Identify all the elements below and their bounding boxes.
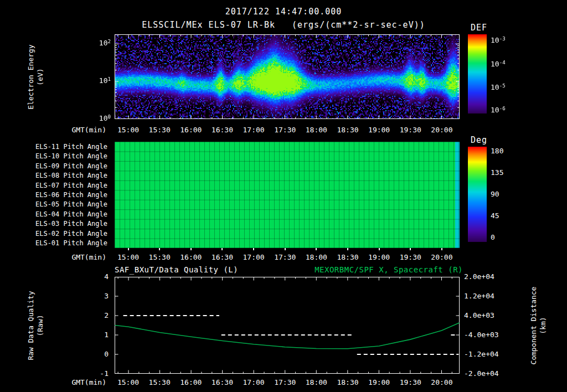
deg-colorbar-title: Deg <box>471 135 487 145</box>
distance-y-axis-label: Component Distance (km) <box>529 287 548 365</box>
distance-tick-label: -1.2e+04 <box>464 350 499 358</box>
spectrogram-y-ticks: 102101100 <box>78 34 111 123</box>
pitch-axis-tick <box>253 248 254 250</box>
pitch-row-label: ELS-10 Pitch Angle <box>35 152 107 160</box>
time-tick-label: 18:30 <box>337 253 358 261</box>
colorbar-tick-label: 45 <box>491 212 499 220</box>
distance-tick-label: 1.2e+04 <box>464 292 494 300</box>
colorbar-tick-label: 10-6 <box>491 106 506 114</box>
time-tick-label: 17:30 <box>274 126 296 134</box>
gmt-axis-label: GMT(min) <box>0 126 106 134</box>
colorbar-tick-label: 10-4 <box>491 60 506 68</box>
pitch-angle-panel <box>115 142 460 248</box>
time-tick-label: 16:30 <box>212 378 233 386</box>
time-tick-label: 18:00 <box>306 378 327 386</box>
time-tick-label: 20:00 <box>431 378 452 386</box>
instrument-title: ELSSCIL/MEx ELS-07 LR-Bk <box>142 20 275 30</box>
energy-tick-label: 100 <box>99 114 111 122</box>
quality-tick-label: 1 <box>104 331 109 339</box>
spectrogram-y-axis-label-line1: Electron Energy <box>26 44 35 109</box>
quality-tick-label: 0 <box>104 350 109 358</box>
time-tick-label: 19:00 <box>368 126 390 134</box>
time-tick-label: 20:00 <box>431 253 452 261</box>
time-tick-label: 16:00 <box>180 378 202 386</box>
spectrogram-y-axis-label: Electron Energy (eV) <box>26 44 45 109</box>
distance-tick-label: -4.0e+03 <box>464 331 499 339</box>
pitch-row-label: ELS-06 Pitch Angle <box>35 191 107 199</box>
time-tick-label: 19:30 <box>400 126 421 134</box>
units-label: (ergs/(cm**2-sr-sec-eV)) <box>292 20 425 30</box>
gmt-axis-label: GMT(min) <box>0 253 106 261</box>
time-tick-label: 15:00 <box>117 126 139 134</box>
pitch-axis-tick <box>347 248 348 250</box>
energy-tick-label: 102 <box>99 39 111 47</box>
time-tick-label: 15:00 <box>117 378 139 386</box>
time-axis-spectrogram: GMT(min) 15:0015:3016:0016:3017:0017:301… <box>0 126 567 135</box>
pitch-row-label: ELS-07 Pitch Angle <box>35 182 107 189</box>
pitch-axis-tick <box>159 248 160 250</box>
time-tick-label: 19:30 <box>400 378 421 386</box>
pitch-row-label: ELS-08 Pitch Angle <box>35 172 107 179</box>
time-tick-label: 15:00 <box>117 253 139 261</box>
time-tick-label: 17:00 <box>243 253 265 261</box>
pitch-axis-tick <box>316 248 317 250</box>
pitch-row-label: ELS-09 Pitch Angle <box>35 162 107 170</box>
science-plot-screen: 2017/122 14:47:00.000 ELSSCIL/MEx ELS-07… <box>0 0 567 392</box>
time-tick-label: 19:30 <box>400 253 421 261</box>
pitch-axis-tick <box>128 248 129 250</box>
pitch-angle-heatmap <box>115 142 460 248</box>
time-tick-label: 18:00 <box>306 253 327 261</box>
distance-y-axis-label-line2: (km) <box>538 287 548 365</box>
quality-y-axis-label-line1: Raw Data Quality <box>26 291 35 360</box>
distance-tick-label: 4.0e+03 <box>464 311 494 319</box>
pitch-row-label: ELS-02 Pitch Angle <box>35 230 107 238</box>
time-tick-label: 19:00 <box>368 378 390 386</box>
quality-tick-label: -1 <box>100 369 109 378</box>
quality-y-axis-label: Raw Data Quality (Raw) <box>26 291 45 360</box>
distance-tick-label: -2.0e+04 <box>464 369 499 378</box>
time-tick-label: 18:00 <box>306 126 327 134</box>
distance-axis-ticks: 2.0e+041.2e+044.0e+03-4.0e+03-1.2e+04-2.… <box>464 277 514 376</box>
time-tick-label: 15:30 <box>149 253 171 261</box>
spectrogram-y-axis-label-line2: (eV) <box>35 44 45 109</box>
time-axis-bottom: GMT(min) 15:0015:3016:0016:3017:0017:301… <box>0 378 567 387</box>
timestamp-title: 2017/122 14:47:00.000 <box>0 7 567 17</box>
pitch-row-label: ELS-05 Pitch Angle <box>35 200 107 208</box>
pitch-row-labels: ELS-11 Pitch AngleELS-10 Pitch AngleELS-… <box>0 142 111 248</box>
colorbar-tick-label: 90 <box>491 190 499 198</box>
bottom-title-right: MEXORBMC/SPF X, Spacecraft (R) <box>315 265 463 274</box>
quality-tick-label: 2 <box>104 311 109 319</box>
pitch-axis-tick <box>221 248 223 250</box>
quality-tick-label: 3 <box>104 292 109 300</box>
time-axis-pitch: GMT(min) 15:0015:3016:0016:3017:0017:301… <box>0 253 567 262</box>
colorbar-tick-label: 180 <box>491 147 503 155</box>
time-tick-label: 18:30 <box>337 126 358 134</box>
time-tick-label: 17:30 <box>274 253 296 261</box>
quality-axis-ticks: 43210-1 <box>66 277 109 376</box>
def-colorbar <box>468 34 487 114</box>
deg-colorbar <box>468 147 487 242</box>
bottom-title-left: SAF_BXuT/Data Quality (L) <box>115 265 238 274</box>
def-colorbar-title: DEF <box>471 23 487 33</box>
quality-tick-label: 4 <box>104 272 109 281</box>
quality-y-axis-label-line2: (Raw) <box>35 291 45 360</box>
colorbar-tick-label: 135 <box>491 168 503 177</box>
time-tick-label: 19:00 <box>368 253 390 261</box>
time-tick-label: 16:30 <box>212 126 233 134</box>
pitch-axis-tick <box>190 248 192 250</box>
bottom-panel-titles: SAF_BXuT/Data Quality (L) MEXORBMC/SPF X… <box>115 265 463 274</box>
time-tick-label: 15:30 <box>149 378 171 386</box>
time-tick-label: 18:30 <box>337 378 358 386</box>
colorbar-tick-label: 10-3 <box>491 36 506 44</box>
pitch-row-label: ELS-04 Pitch Angle <box>35 210 107 218</box>
colorbar-tick-label: 10-5 <box>491 83 506 91</box>
pitch-axis-tick <box>410 248 411 250</box>
pitch-row-label: ELS-11 Pitch Angle <box>35 143 107 151</box>
time-tick-label: 16:00 <box>180 253 202 261</box>
colorbar-tick-label: 0 <box>491 233 495 241</box>
time-tick-label: 17:00 <box>243 126 265 134</box>
spectrogram-panel <box>115 34 460 119</box>
energy-tick-label: 101 <box>99 76 111 85</box>
pitch-axis-tick <box>379 248 380 250</box>
deg-colorbar-ticks: 18013590450 <box>491 147 529 242</box>
